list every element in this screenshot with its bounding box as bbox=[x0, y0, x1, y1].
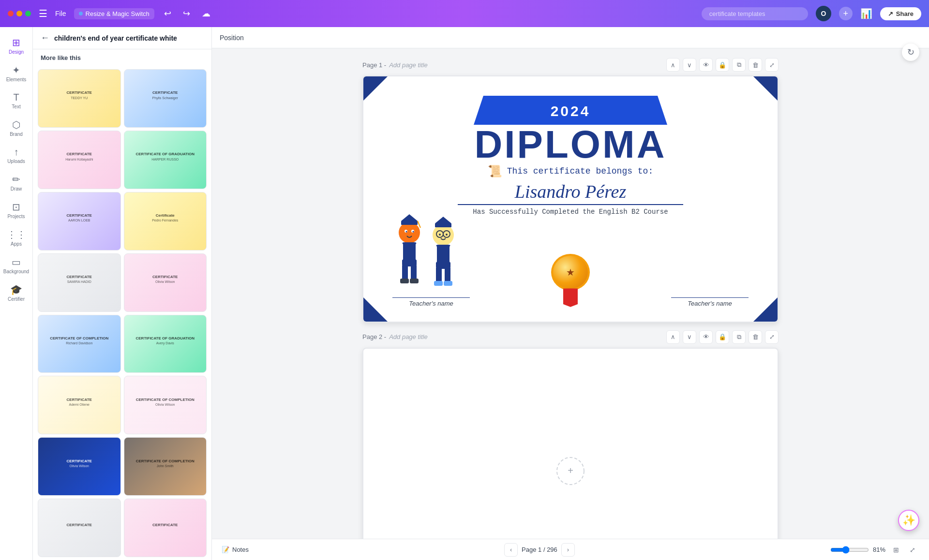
sidebar-item-brand[interactable]: ⬡ Brand bbox=[0, 115, 32, 141]
left-sidebar: ⊞ Design ✦ Elements T Text ⬡ Brand ↑ Upl… bbox=[0, 27, 33, 560]
maximize-window-btn[interactable] bbox=[25, 11, 31, 16]
templates-grid: CERTIFICATE TEDDY YU CERTIFICATE Phylis … bbox=[33, 66, 211, 560]
back-button[interactable]: ← bbox=[41, 33, 49, 43]
page2-expand-btn[interactable]: ⤢ bbox=[765, 330, 779, 344]
menu-icon[interactable]: ☰ bbox=[39, 8, 47, 19]
stats-icon[interactable]: 📊 bbox=[860, 8, 872, 19]
medal: ★ bbox=[549, 254, 592, 307]
magic-button[interactable]: ✨ bbox=[898, 510, 919, 531]
sidebar-item-design[interactable]: ⊞ Design bbox=[0, 33, 32, 59]
redo-button[interactable]: ↪ bbox=[181, 6, 192, 21]
page-up-btn[interactable]: ∧ bbox=[666, 58, 680, 72]
template-card[interactable]: CERTIFICATE OF COMPLETION John Smith bbox=[124, 437, 207, 496]
draw-icon: ✏ bbox=[12, 174, 20, 185]
page2-lock-btn[interactable]: 🔒 bbox=[716, 330, 729, 344]
template-card[interactable]: CERTIFICATE SAMIRA HADID bbox=[38, 253, 121, 312]
sidebar-item-uploads[interactable]: ↑ Uploads bbox=[0, 143, 32, 168]
cloud-save-button[interactable]: ☁ bbox=[200, 6, 212, 21]
sidebar-item-elements[interactable]: ✦ Elements bbox=[0, 60, 32, 86]
page-2-number: Page 2 - bbox=[362, 333, 386, 340]
refresh-button[interactable]: ↻ bbox=[902, 44, 919, 61]
template-card[interactable]: CERTIFICATE OF GRADUATION HARPER RUSSO bbox=[124, 131, 207, 189]
page-lock-btn[interactable]: 🔒 bbox=[716, 58, 729, 72]
template-card[interactable]: CERTIFICATE bbox=[124, 499, 207, 557]
close-window-btn[interactable] bbox=[8, 11, 14, 16]
sidebar-item-background[interactable]: ▭ Background bbox=[0, 252, 32, 278]
undo-button[interactable]: ↩ bbox=[162, 6, 173, 21]
template-card[interactable]: CERTIFICATE OF COMPLETION Olivia Wilson bbox=[124, 376, 207, 434]
svg-point-30 bbox=[446, 234, 448, 236]
diploma-heading[interactable]: DIPLOMA bbox=[475, 122, 667, 167]
grid-view-btn[interactable]: ⊞ bbox=[889, 543, 903, 557]
minimize-window-btn[interactable] bbox=[16, 11, 22, 16]
template-card[interactable]: CERTIFICATE OF COMPLETION Richard Davids… bbox=[38, 315, 121, 373]
page-down-btn[interactable]: ∨ bbox=[683, 58, 696, 72]
page-2-add-title[interactable]: Add page title bbox=[389, 333, 428, 340]
template-card[interactable]: CERTIFICATE Olivia Wilson bbox=[124, 253, 207, 312]
medal-ribbon bbox=[563, 288, 578, 307]
student-name[interactable]: Lisandro Pérez bbox=[458, 181, 683, 205]
svg-rect-15 bbox=[401, 221, 418, 225]
sidebar-item-text[interactable]: T Text bbox=[0, 88, 32, 113]
completed-text: Has Successfully Completed the English B… bbox=[473, 208, 668, 216]
page-2-canvas[interactable]: + bbox=[362, 348, 779, 539]
sidebar-label-uploads: Uploads bbox=[7, 159, 25, 164]
text-icon: T bbox=[13, 92, 19, 103]
signature-line-2 bbox=[671, 297, 749, 298]
prev-page-btn[interactable]: ‹ bbox=[504, 543, 518, 557]
svg-rect-5 bbox=[397, 243, 403, 260]
resize-dot bbox=[79, 12, 83, 15]
template-card[interactable]: Certificate Pedro Fernandes bbox=[124, 192, 207, 251]
page-copy-btn[interactable]: ⧉ bbox=[732, 58, 746, 72]
template-card[interactable]: CERTIFICATE Olivia Wilson bbox=[38, 437, 121, 496]
page2-icon: + bbox=[556, 457, 585, 486]
add-account-button[interactable]: + bbox=[839, 7, 853, 20]
canvas-scroll[interactable]: Page 1 - Add page title ∧ ∨ 👁 🔒 ⧉ 🗑 ⤢ bbox=[212, 48, 929, 539]
notes-button[interactable]: 📝 Notes bbox=[222, 546, 249, 553]
page2-down-btn[interactable]: ∨ bbox=[683, 330, 696, 344]
sidebar-item-certifier[interactable]: 🎓 Certifier bbox=[0, 280, 32, 306]
view-controls: ⊞ ⤢ bbox=[889, 543, 919, 557]
sidebar-item-apps[interactable]: ⋮⋮ Apps bbox=[0, 225, 32, 251]
resize-magic-switch-btn[interactable]: Resize & Magic Switch bbox=[74, 8, 154, 19]
belongs-to-text: This certificate belongs to: bbox=[507, 166, 653, 176]
template-card[interactable]: CERTIFICATE Ademi Otiene bbox=[38, 376, 121, 434]
page-expand-btn[interactable]: ⤢ bbox=[765, 58, 779, 72]
zoom-label: 81% bbox=[873, 546, 885, 553]
avatar[interactable]: O bbox=[816, 6, 831, 21]
apps-icon: ⋮⋮ bbox=[7, 229, 26, 240]
page2-eye-btn[interactable]: 👁 bbox=[699, 330, 713, 344]
page2-trash-btn[interactable]: 🗑 bbox=[749, 330, 762, 344]
file-menu[interactable]: File bbox=[55, 10, 66, 17]
search-input[interactable] bbox=[702, 7, 808, 20]
certifier-icon: 🎓 bbox=[10, 284, 22, 295]
sidebar-item-draw[interactable]: ✏ Draw bbox=[0, 170, 32, 195]
template-card[interactable]: CERTIFICATE OF GRADUATION Avery Davis bbox=[124, 315, 207, 373]
sidebar-label-certifier: Certifier bbox=[8, 296, 25, 302]
zoom-slider[interactable] bbox=[830, 546, 869, 554]
fullscreen-btn[interactable]: ⤢ bbox=[906, 543, 919, 557]
notes-label: Notes bbox=[232, 546, 249, 553]
teacher-label-2: Teacher's name bbox=[688, 300, 732, 307]
share-button[interactable]: ↗ Share bbox=[880, 7, 921, 20]
page-1-add-title[interactable]: Add page title bbox=[389, 61, 428, 69]
template-card[interactable]: CERTIFICATE Phylis Schwaiger bbox=[124, 69, 207, 128]
main-area: ⊞ Design ✦ Elements T Text ⬡ Brand ↑ Upl… bbox=[0, 27, 929, 560]
sidebar-label-brand: Brand bbox=[10, 132, 23, 137]
graduation-illustration bbox=[378, 208, 475, 307]
page-trash-btn[interactable]: 🗑 bbox=[749, 58, 762, 72]
svg-rect-8 bbox=[411, 265, 417, 280]
next-page-btn[interactable]: › bbox=[561, 543, 575, 557]
template-card[interactable]: CERTIFICATE bbox=[38, 499, 121, 557]
svg-rect-7 bbox=[402, 265, 408, 280]
template-card[interactable]: CERTIFICATE Harumi Kobayashi bbox=[38, 131, 121, 189]
certificate-canvas[interactable]: 2024 DIPLOMA 📜 This certificate belongs bbox=[362, 75, 779, 323]
page2-up-btn[interactable]: ∧ bbox=[666, 330, 680, 344]
page-eye-btn[interactable]: 👁 bbox=[699, 58, 713, 72]
sidebar-item-projects[interactable]: ⊡ Projects bbox=[0, 197, 32, 223]
page2-copy-btn[interactable]: ⧉ bbox=[732, 330, 746, 344]
template-card[interactable]: CERTIFICATE TEDDY YU bbox=[38, 69, 121, 128]
svg-rect-10 bbox=[410, 279, 419, 283]
template-card[interactable]: CERTIFICATE AARON LOEB bbox=[38, 192, 121, 251]
svg-rect-19 bbox=[436, 245, 450, 269]
